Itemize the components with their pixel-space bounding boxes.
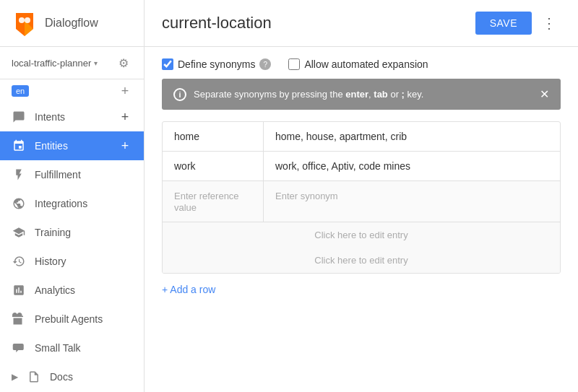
entity-synonym-placeholder[interactable]: Enter synonym: [264, 181, 560, 222]
sidebar-project: local-traffic-planner ▾ ⚙: [0, 47, 144, 79]
training-label: Training: [35, 227, 132, 238]
training-icon: [12, 225, 26, 240]
entity-ref-cell[interactable]: home: [163, 122, 264, 151]
entity-ref-placeholder[interactable]: Enter reference value: [163, 181, 264, 222]
define-synonyms-label: Define synonyms: [178, 58, 255, 70]
intents-label: Intents: [35, 111, 109, 123]
entity-synonyms-cell[interactable]: home, house, apartment, crib: [264, 122, 560, 151]
settings-button[interactable]: ⚙: [115, 54, 132, 71]
prebuilt-agents-label: Prebuilt Agents: [35, 313, 132, 325]
language-row: en +: [0, 79, 144, 103]
add-language-button[interactable]: +: [118, 84, 132, 98]
project-dropdown-arrow: ▾: [94, 59, 98, 67]
small-talk-icon: [12, 341, 26, 355]
docs-label: Docs: [50, 371, 73, 383]
project-name: local-traffic-planner: [12, 58, 91, 69]
entity-ref-cell[interactable]: work: [163, 152, 264, 180]
main-content-area: current-location SAVE ⋮ Define synonyms …: [144, 0, 578, 392]
svg-point-2: [19, 17, 25, 23]
info-banner-text: Separate synonyms by pressing the enter,…: [194, 89, 532, 100]
entity-table: home home, house, apartment, crib work w…: [162, 121, 561, 274]
sidebar-item-training[interactable]: Training: [0, 218, 144, 247]
sidebar-item-intents[interactable]: Intents +: [0, 103, 144, 131]
save-button[interactable]: SAVE: [475, 12, 532, 35]
entities-icon: [12, 139, 26, 153]
language-badge[interactable]: en: [12, 85, 29, 97]
click-edit-cell-1[interactable]: Click here to edit entry: [163, 222, 560, 248]
add-entity-button[interactable]: +: [118, 139, 132, 153]
sidebar-item-fulfillment[interactable]: Fulfillment: [0, 160, 144, 189]
prebuilt-agents-icon: [12, 312, 26, 326]
sidebar-item-integrations[interactable]: Integrations: [0, 189, 144, 218]
fulfillment-icon: [12, 167, 26, 182]
syn-placeholder-text: Enter synonym: [275, 191, 338, 201]
options-row: Define synonyms ? Allow automated expans…: [162, 58, 561, 70]
analytics-icon: [12, 283, 26, 297]
analytics-label: Analytics: [35, 284, 132, 296]
entity-placeholder-row: Enter reference value Enter synonym: [163, 181, 560, 222]
fulfillment-label: Fulfillment: [35, 169, 132, 180]
sidebar: Dialogflow local-traffic-planner ▾ ⚙ en …: [0, 0, 144, 392]
entity-editor: Define synonyms ? Allow automated expans…: [144, 47, 578, 392]
info-banner-close-button[interactable]: ✕: [540, 87, 549, 101]
dialogflow-logo-icon: [12, 10, 38, 36]
allow-expansion-label: Allow automated expansion: [304, 58, 428, 70]
define-synonyms-help-icon[interactable]: ?: [259, 58, 271, 70]
click-edit-cell-2[interactable]: Click here to edit entry: [163, 248, 560, 273]
more-options-button[interactable]: ⋮: [538, 12, 561, 35]
project-name-row[interactable]: local-traffic-planner ▾: [12, 58, 98, 69]
info-icon: i: [173, 88, 186, 101]
history-icon: [12, 254, 26, 269]
allow-expansion-checkbox[interactable]: [288, 58, 300, 70]
sidebar-item-analytics[interactable]: Analytics: [0, 276, 144, 305]
sidebar-item-entities[interactable]: Entities +: [0, 131, 144, 160]
header-actions: SAVE ⋮: [475, 12, 561, 35]
history-label: History: [35, 256, 132, 267]
table-row: work work, office, Aptiv, code mines: [163, 152, 560, 181]
allow-expansion-option[interactable]: Allow automated expansion: [288, 58, 428, 70]
integrations-icon: [12, 196, 26, 211]
entity-synonyms-cell[interactable]: work, office, Aptiv, code mines: [264, 152, 560, 180]
ref-placeholder-text: Enter reference value: [174, 191, 239, 213]
sidebar-logo: Dialogflow: [0, 0, 144, 47]
entities-label: Entities: [35, 140, 109, 152]
app-name: Dialogflow: [45, 17, 98, 30]
table-row: home home, house, apartment, crib: [163, 122, 560, 152]
integrations-label: Integrations: [35, 198, 132, 209]
click-edit-row-2: Click here to edit entry: [163, 248, 560, 273]
page-title: current-location: [162, 14, 272, 32]
main-header: current-location SAVE ⋮: [144, 0, 578, 47]
svg-point-3: [25, 17, 30, 23]
add-row-button[interactable]: + Add a row: [162, 284, 215, 295]
sidebar-item-docs[interactable]: ▶ Docs: [0, 362, 144, 391]
add-intent-button[interactable]: +: [118, 110, 132, 124]
click-edit-row-1: Click here to edit entry: [163, 222, 560, 248]
docs-chevron-icon: ▶: [12, 372, 18, 382]
sidebar-item-history[interactable]: History: [0, 247, 144, 276]
docs-icon: [27, 370, 41, 384]
sidebar-item-small-talk[interactable]: Small Talk: [0, 334, 144, 362]
info-banner: i Separate synonyms by pressing the ente…: [162, 79, 561, 110]
sidebar-item-prebuilt-agents[interactable]: Prebuilt Agents: [0, 305, 144, 334]
intents-icon: [12, 110, 26, 124]
define-synonyms-checkbox[interactable]: [162, 58, 173, 70]
small-talk-label: Small Talk: [35, 342, 132, 354]
define-synonyms-option[interactable]: Define synonyms ?: [162, 58, 271, 70]
